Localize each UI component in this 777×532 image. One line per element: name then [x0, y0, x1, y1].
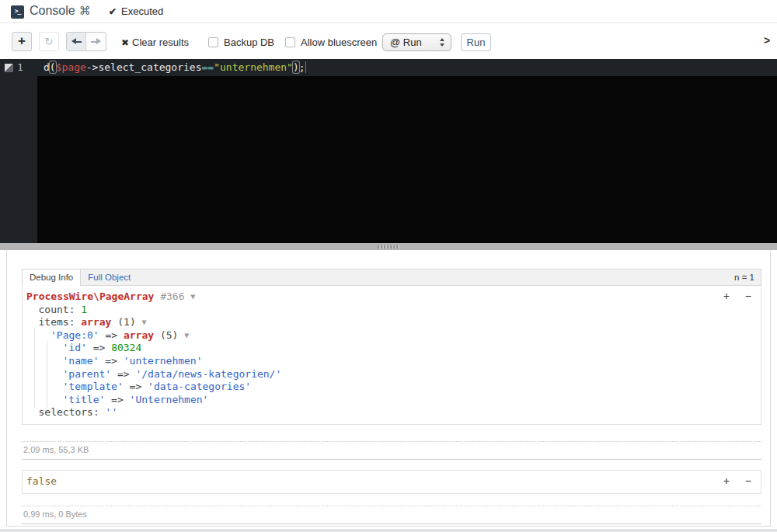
dump-line: items: array (1) ▼: [26, 316, 753, 329]
code-editor[interactable]: 1 d($page->select_categories=="unternehm…: [0, 59, 777, 243]
panel-header: >_ Console⌘ ✔Executed: [0, 0, 777, 23]
dump-line: selectors: '': [26, 406, 753, 419]
toolbar: + ↻ ✖Clear results Backup DB Allow blues…: [0, 23, 777, 59]
dump-line: 'name' => 'unternehmen': [26, 355, 753, 368]
select-arrows-icon: [440, 38, 444, 47]
dump-meta-1: 2,09 ms, 55,3 KB: [22, 441, 761, 460]
editor-gutter: [0, 59, 37, 243]
dump-controls-1: + −: [711, 290, 751, 302]
dump-line: false: [26, 475, 753, 489]
dump-line: count: 1: [26, 304, 753, 317]
line-number: 1: [17, 61, 23, 73]
restore-button[interactable]: ↻: [39, 32, 59, 51]
dump-output-1: + − ProcessWire\PageArray #366 ▼count: 1…: [22, 285, 761, 425]
history-nav-group: [66, 32, 106, 51]
forward-arrow-icon: [91, 38, 101, 45]
console-terminal-icon: >_: [11, 5, 24, 19]
dump-line: 'title' => 'Unternehmen': [26, 394, 753, 407]
status-text: Executed: [121, 5, 163, 17]
dump-expand-button[interactable]: +: [723, 290, 730, 302]
gutter-marker-icon: [5, 64, 13, 72]
allow-bluescreen-option: Allow bluescreen: [285, 37, 377, 47]
dump-line: 'parent' => '/data/news-kategorien/': [26, 368, 753, 381]
results-panel: Debug InfoFull Objectn = 1 + − ProcessWi…: [6, 250, 771, 527]
dump-line: 'id' => 80324: [26, 342, 753, 355]
dump-collapse-button[interactable]: −: [745, 290, 751, 302]
backup-db-checkbox[interactable]: [208, 37, 218, 47]
clear-results-label: Clear results: [132, 37, 189, 48]
keyboard-shortcut-icon: ⌘: [79, 4, 91, 18]
allow-bluescreen-label: Allow bluescreen: [301, 37, 377, 48]
panel-expand-arrow[interactable]: >: [764, 34, 770, 47]
dump-expand-button[interactable]: +: [723, 475, 730, 487]
tab-debug-info[interactable]: Debug Info: [23, 269, 81, 286]
tab-full-object[interactable]: Full Object: [81, 269, 138, 285]
page-bottom-strip: [0, 529, 777, 532]
dump-output-2: + − false: [22, 470, 761, 494]
code-line: d($page->select_categories=="unternehmen…: [44, 61, 306, 73]
result-count: n = 1: [734, 273, 754, 282]
allow-bluescreen-checkbox[interactable]: [285, 37, 295, 47]
dump-meta-2: 0,99 ms, 0 Bytes: [22, 506, 761, 524]
history-forward-button[interactable]: [86, 33, 106, 50]
panel-title: Console⌘: [30, 4, 91, 18]
dump-line: 'template' => 'data-categories': [26, 381, 753, 394]
history-back-button[interactable]: [67, 33, 86, 50]
result-tabs: Debug InfoFull Objectn = 1: [22, 269, 761, 286]
dump-collapse-button[interactable]: −: [745, 475, 751, 487]
backup-db-label: Backup DB: [224, 37, 274, 48]
status-executed: ✔Executed: [109, 5, 163, 17]
run-mode-value: @ Run: [390, 37, 422, 48]
resize-handle[interactable]: [0, 243, 777, 250]
dump-controls-2: + −: [711, 475, 751, 487]
clear-x-icon: ✖: [121, 37, 129, 48]
panel-title-text: Console: [30, 4, 75, 17]
check-icon: ✔: [109, 6, 117, 17]
run-button[interactable]: Run: [461, 33, 491, 51]
back-arrow-icon: [71, 38, 82, 45]
dump-line: ProcessWire\PageArray #366 ▼: [26, 290, 753, 304]
backup-db-option: Backup DB: [208, 37, 274, 47]
dump-line: 'Page:0' => array (5) ▼: [26, 329, 753, 342]
add-snippet-button[interactable]: +: [12, 32, 32, 51]
clear-results-button[interactable]: ✖Clear results: [121, 37, 189, 48]
run-mode-select[interactable]: @ Run: [382, 33, 451, 51]
